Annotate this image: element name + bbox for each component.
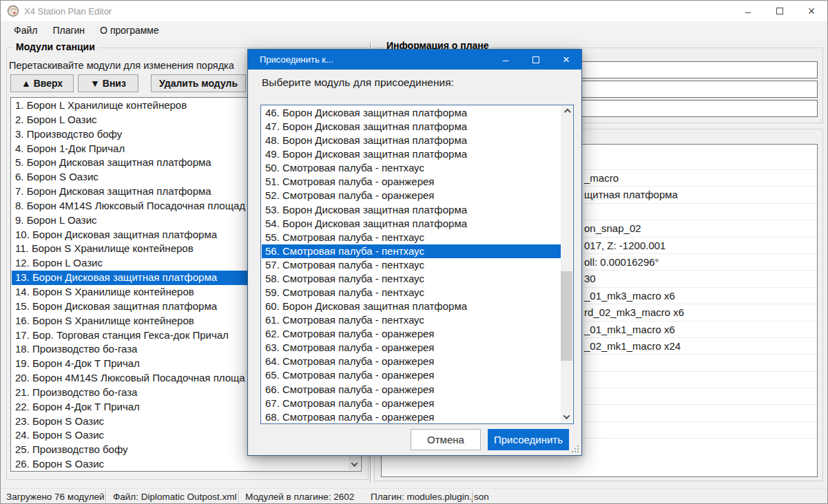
dialog-module-item[interactable]: 52. Смотровая палуба - оранжерея <box>262 189 561 202</box>
window-title: X4 Station Plan Editor <box>24 6 112 17</box>
dialog-module-item[interactable]: 68. Смотровая палуба - оранжерея <box>262 410 561 423</box>
minimize-icon[interactable]: – <box>732 1 764 21</box>
dialog-module-item[interactable]: 51. Смотровая палуба - оранжерея <box>262 175 561 189</box>
dialog-module-item[interactable]: 67. Смотровая палуба - оранжерея <box>262 397 561 410</box>
dialog-module-item[interactable]: 57. Смотровая палуба - пентхаус <box>262 258 561 272</box>
dialog-module-item[interactable]: 56. Смотровая палуба - пентхаус <box>262 244 561 258</box>
dialog-module-item[interactable]: 47. Борон Дисковая защитная платформа <box>262 120 561 134</box>
scroll-up-icon[interactable] <box>561 106 572 118</box>
resize-grip-icon[interactable] <box>571 445 579 452</box>
status-separator <box>473 490 474 503</box>
dialog-module-item[interactable]: 59. Смотровая палуба - пентхаус <box>262 286 561 300</box>
menu-file[interactable]: Файл <box>6 21 45 39</box>
dialog-module-item[interactable]: 55. Смотровая палуба - пентхаус <box>262 231 561 244</box>
status-separator <box>238 490 240 503</box>
scroll-down-icon[interactable] <box>349 459 360 470</box>
attach-modules-list: 46. Борон Дисковая защитная платформа47.… <box>260 105 574 424</box>
dialog-module-item[interactable]: 61. Смотровая палуба - пентхаус <box>262 313 561 327</box>
window-titlebar: X4 Station Plan Editor – × <box>1 1 827 21</box>
move-up-button[interactable]: ▲ Вверх <box>10 74 74 92</box>
dialog-minimize-icon[interactable]: – <box>490 50 521 70</box>
dialog-module-item[interactable]: 53. Борон Дисковая защитная платформа <box>262 203 561 217</box>
dialog-module-item[interactable]: 66. Смотровая палуба - оранжерея <box>262 383 561 397</box>
status-separator <box>105 490 107 503</box>
status-plugin-modules: Модулей в плагине: 2602 <box>245 492 354 502</box>
dialog-module-item[interactable]: 62. Смотровая палуба - оранжерея <box>262 327 561 341</box>
dialog-module-item[interactable]: 64. Смотровая палуба - оранжерея <box>262 355 561 368</box>
dialog-module-item[interactable]: 58. Смотровая палуба - пентхаус <box>262 272 561 286</box>
dialog-list-scrollbar[interactable] <box>561 106 572 423</box>
close-icon[interactable]: × <box>796 1 827 21</box>
maximize-icon[interactable] <box>764 1 796 21</box>
cancel-button[interactable]: Отмена <box>411 429 481 450</box>
drag-hint-text: Перетаскивайте модули для изменения поря… <box>9 60 234 71</box>
status-bar: Загружено 76 модулей Файл: Diplomatic Ou… <box>1 488 827 504</box>
dialog-titlebar[interactable]: Присоединить к... – × <box>248 50 581 70</box>
attach-dialog: Присоединить к... – × Выберите модуль дл… <box>247 49 582 456</box>
dialog-module-item[interactable]: 48. Борон Дисковая защитная платформа <box>262 134 561 147</box>
dialog-module-item[interactable]: 49. Борон Дисковая защитная платформа <box>262 147 561 161</box>
scroll-down-icon[interactable] <box>561 411 572 423</box>
delete-module-button[interactable]: Удалить модуль <box>151 74 246 92</box>
station-modules-group-title: Модули станции <box>13 41 98 52</box>
module-item[interactable]: 26. Борон S Оазис <box>12 457 349 470</box>
menu-about[interactable]: О программе <box>92 21 167 39</box>
status-plugin-file: Плагин: modules.plugin.json <box>371 492 489 502</box>
dialog-module-item[interactable]: 46. Борон Дисковая защитная платформа <box>262 106 561 120</box>
status-loaded-modules: Загружено 76 модулей <box>6 492 105 502</box>
menu-bar: Файл Плагин О программе <box>1 21 827 39</box>
dialog-module-item[interactable]: 60. Борон Дисковая защитная платформа <box>262 300 561 313</box>
status-file: Файл: Diplomatic Outpost.xml <box>113 492 236 502</box>
scrollbar-thumb[interactable] <box>561 271 572 361</box>
dialog-module-item[interactable]: 65. Смотровая палуба - оранжерея <box>262 368 561 382</box>
attach-button[interactable]: Присоединить <box>488 429 569 450</box>
app-window: X4 Station Plan Editor – × Файл Плагин О… <box>0 0 828 504</box>
dialog-module-item[interactable]: 63. Смотровая палуба - оранжерея <box>262 341 561 355</box>
dialog-prompt: Выберите модуль для присоединения: <box>262 76 454 89</box>
dialog-maximize-icon[interactable] <box>521 50 551 70</box>
app-icon <box>7 5 19 17</box>
dialog-module-item[interactable]: 54. Борон Дисковая защитная платформа <box>262 217 561 231</box>
menu-plugin[interactable]: Плагин <box>45 21 92 39</box>
dialog-title: Присоединить к... <box>260 54 333 65</box>
dialog-close-icon[interactable]: × <box>551 50 581 70</box>
move-down-button[interactable]: ▼ Вниз <box>78 74 138 92</box>
dialog-module-item[interactable]: 50. Смотровая палуба - пентхаус <box>262 161 561 175</box>
